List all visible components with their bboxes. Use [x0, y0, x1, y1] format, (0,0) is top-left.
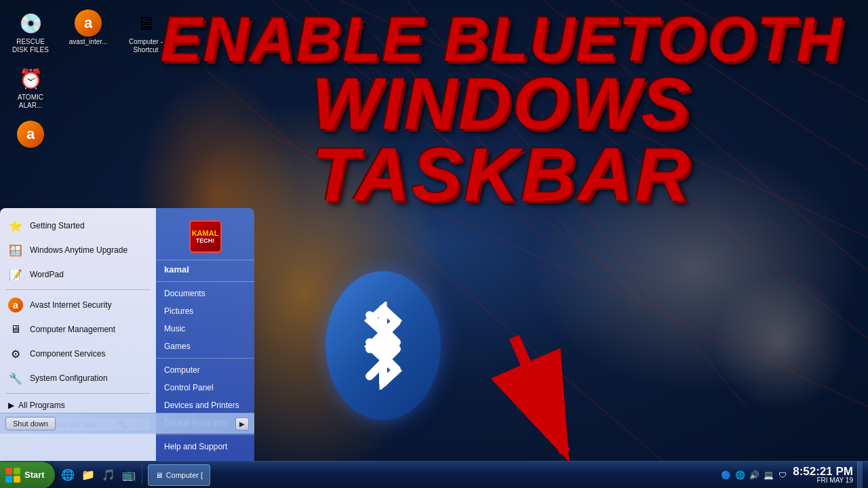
icon-row-2: a [7, 118, 170, 152]
windows-quad-bl [5, 476, 12, 483]
menu-right-documents[interactable]: Documents [156, 285, 254, 302]
menu-item-component-services[interactable]: ⚙ Component Services [0, 342, 156, 366]
windows-quad-tr [14, 468, 20, 474]
icon-row-1: ⏰ ATOMIC ALAR... [7, 62, 170, 113]
all-programs-arrow: ▶ [8, 401, 14, 410]
menu-right-control-panel[interactable]: Control Panel [156, 379, 254, 396]
taskbar: Start 🌐 📁 🎵 📺 🖥 Computer [ 🔵 🌐 🔊 💻 🛡 [0, 461, 868, 488]
username-text: kamal [164, 264, 189, 274]
clock-date: FRI MAY 19 [816, 477, 853, 484]
menu-right-devices[interactable]: Devices and Printers [156, 396, 254, 414]
menu-divider-1 [5, 289, 151, 290]
avast-menu-icon: a [8, 298, 23, 312]
svg-line-9 [305, 0, 542, 237]
menu-right-help[interactable]: Help and Support [156, 438, 254, 455]
computer-window-label: Computer [ [166, 471, 203, 479]
computer-mgmt-icon: 🖥 [8, 322, 23, 337]
menu-item-getting-started[interactable]: ⭐ Getting Started [0, 214, 156, 238]
menu-right-username: kamal [156, 260, 254, 279]
desktop-icon-avast2[interactable]: a [7, 118, 54, 152]
start-menu-right-panel: KAMAL TECH! kamal Documents Pictures Mus… [156, 208, 254, 461]
quick-launch: 🌐 📁 🎵 📺 [55, 465, 142, 485]
getting-started-icon: ⭐ [8, 218, 23, 233]
bluetooth-icon-container [326, 271, 441, 420]
show-desktop-button[interactable] [857, 462, 863, 489]
svg-line-7 [678, 0, 868, 102]
shutdown-bar: Shut down ▶ [0, 413, 254, 434]
icon-row-0: 💿 RESCUE DISK FILES a avast_inter... 🖥 C… [7, 7, 170, 57]
ql-ie[interactable]: 🌐 [59, 466, 77, 484]
atomic-alarm-label: ATOMIC ALAR... [9, 94, 52, 110]
svg-line-6 [610, 0, 868, 169]
avast2-icon: a [17, 121, 44, 148]
user-section: KAMAL TECH! [156, 214, 254, 260]
tray-icons: 🔵 🌐 🔊 💻 🛡 [719, 469, 789, 481]
rescue-disk-label: RESCUE DISK FILES [9, 38, 52, 54]
user-avatar: KAMAL TECH! [189, 220, 222, 253]
tray-volume-icon[interactable]: 🔊 [748, 469, 760, 481]
computer-window-icon: 🖥 [155, 471, 163, 479]
avast-label: avast_inter... [69, 38, 108, 46]
all-programs-label: All Programs [18, 401, 65, 410]
windows-logo [5, 468, 20, 483]
ql-explorer[interactable]: 📁 [79, 466, 97, 484]
ql-extra[interactable]: 📺 [120, 466, 138, 484]
menu-item-avast[interactable]: a Avast Internet Security [0, 293, 156, 317]
desktop-icon-avast[interactable]: a avast_inter... [64, 7, 112, 57]
menu-divider-2 [5, 393, 151, 394]
svg-line-3 [475, 34, 868, 339]
svg-line-1 [339, 0, 868, 237]
wordpad-icon: 📝 [8, 267, 23, 282]
tray-extra2-icon[interactable]: 🛡 [776, 469, 789, 481]
rescue-disk-icon: 💿 [17, 9, 44, 37]
atomic-alarm-icon: ⏰ [17, 65, 44, 92]
svg-line-5 [542, 0, 868, 271]
windows-upgrade-icon: 🪟 [8, 243, 23, 258]
menu-right-computer[interactable]: Computer [156, 361, 254, 379]
menu-right-pictures[interactable]: Pictures [156, 302, 254, 320]
computer-shortcut-label: Computer - Shortcut [125, 38, 167, 54]
all-programs-item[interactable]: ▶ All Programs [0, 396, 156, 414]
taskbar-items: 🖥 Computer [ [148, 464, 715, 486]
avast-icon: a [75, 9, 102, 37]
component-services-icon: ⚙ [8, 346, 23, 361]
system-tray: 🔵 🌐 🔊 💻 🛡 8:52:21 PM FRI MAY 19 [714, 462, 868, 489]
taskbar-computer-window[interactable]: 🖥 Computer [ [148, 464, 210, 486]
system-config-icon: 🔧 [8, 371, 23, 386]
desktop-icon-computer[interactable]: 🖥 Computer - Shortcut [122, 7, 170, 57]
system-clock[interactable]: 8:52:21 PM FRI MAY 19 [793, 466, 853, 484]
start-button[interactable]: Start [0, 462, 55, 489]
menu-item-system-config[interactable]: 🔧 System Configuration [0, 366, 156, 390]
menu-item-computer-mgmt[interactable]: 🖥 Computer Management [0, 317, 156, 342]
right-separator-1 [156, 281, 254, 282]
windows-quad-br [14, 476, 20, 483]
tray-extra1-icon[interactable]: 💻 [762, 469, 774, 481]
menu-right-games[interactable]: Games [156, 338, 254, 355]
desktop-icons-area: 💿 RESCUE DISK FILES a avast_inter... 🖥 C… [7, 7, 170, 152]
clock-time: 8:52:21 PM [793, 466, 853, 477]
menu-item-wordpad[interactable]: 📝 WordPad [0, 262, 156, 287]
windows-quad-tl [5, 468, 12, 474]
shutdown-button[interactable]: Shut down [5, 417, 56, 430]
right-separator-2 [156, 358, 254, 359]
bluetooth-oval [326, 271, 441, 420]
desktop-icon-atomic[interactable]: ⏰ ATOMIC ALAR... [7, 62, 54, 113]
computer-shortcut-icon: 🖥 [132, 9, 159, 37]
tray-bluetooth-icon[interactable]: 🔵 [719, 469, 732, 481]
start-menu: ⭐ Getting Started 🪟 Windows Anytime Upgr… [0, 208, 254, 461]
desktop-icon-rescue-disk[interactable]: 💿 RESCUE DISK FILES [7, 7, 54, 57]
svg-line-2 [407, 0, 746, 407]
start-label: Start [24, 470, 45, 480]
tray-network-icon[interactable]: 🌐 [734, 469, 746, 481]
desktop: 💿 RESCUE DISK FILES a avast_inter... 🖥 C… [0, 0, 868, 488]
menu-right-music[interactable]: Music [156, 320, 254, 338]
shutdown-arrow-button[interactable]: ▶ [235, 418, 249, 430]
bluetooth-symbol [353, 302, 414, 390]
right-separator-3 [156, 434, 254, 435]
svg-line-10 [373, 34, 644, 305]
menu-item-windows-upgrade[interactable]: 🪟 Windows Anytime Upgrade [0, 238, 156, 262]
ql-media[interactable]: 🎵 [100, 466, 117, 484]
